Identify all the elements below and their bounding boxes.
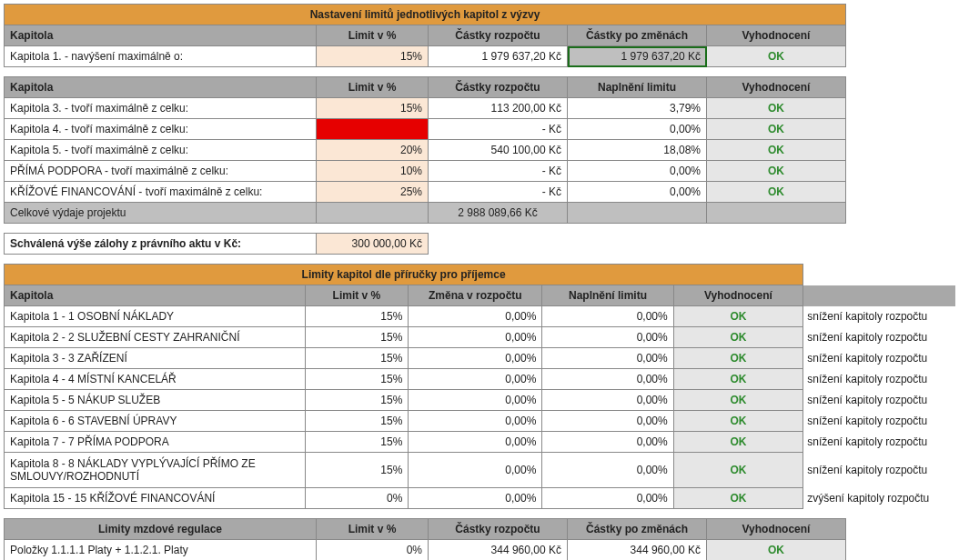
cell-zmena[interactable]: 0,00%	[409, 453, 542, 488]
total-label: Celkové výdaje projektu	[5, 203, 317, 224]
cell-label[interactable]: Kapitola 8 - 8 NÁKLADY VYPLÝVAJÍCÍ PŘÍMO…	[5, 453, 306, 488]
table-row[interactable]: Kapitola 4. - tvoří maximálně z celku:- …	[5, 119, 846, 140]
table-row[interactable]: Kapitola 1 - 1 OSOBNÍ NÁKLADY15%0,00%0,0…	[5, 306, 955, 327]
cell-label[interactable]: KŘÍŽOVÉ FINANCOVÁNÍ - tvoří maximálně z …	[5, 182, 317, 203]
cell-label[interactable]: Kapitola 15 - 15 KŘÍŽOVÉ FINANCOVÁNÍ	[5, 488, 306, 509]
cell-naplneni[interactable]: 0,00%	[568, 161, 707, 182]
cell-label[interactable]: Kapitola 7 - 7 PŘÍMA PODPORA	[5, 432, 306, 453]
cell-eval: OK	[673, 453, 803, 488]
cell-label[interactable]: Kapitola 2 - 2 SLUŽEBNÍ CESTY ZAHRANIČNÍ	[5, 327, 306, 348]
cell-limit[interactable]: 25%	[317, 182, 429, 203]
cell-eval: OK	[707, 182, 846, 203]
cell-limit[interactable]: 15%	[305, 411, 409, 432]
cell-naplneni[interactable]: 0,00%	[568, 119, 707, 140]
zaloha-label: Schválená výše zálohy z právního aktu v …	[5, 234, 317, 255]
cell-rozpocet[interactable]: - Kč	[429, 161, 568, 182]
cell-note: snížení kapitoly rozpočtu	[803, 390, 955, 411]
cell-limit[interactable]: 15%	[305, 327, 409, 348]
cell-limit[interactable]: 10%	[317, 161, 429, 182]
cell-eval: OK	[707, 46, 846, 67]
cell-limit[interactable]: 15%	[305, 369, 409, 390]
cell-limit[interactable]: 15%	[305, 390, 409, 411]
cell-naplneni[interactable]: 0,00%	[568, 182, 707, 203]
cell-naplneni[interactable]: 0,00%	[542, 453, 673, 488]
cell-limit[interactable]: 15%	[305, 306, 409, 327]
cell-label[interactable]: Kapitola 4 - 4 MÍSTNÍ KANCELÁŘ	[5, 369, 306, 390]
cell-zmena[interactable]: 0,00%	[409, 306, 542, 327]
cell-eval: OK	[673, 369, 803, 390]
table-row[interactable]: Kapitola 8 - 8 NÁKLADY VYPLÝVAJÍCÍ PŘÍMO…	[5, 453, 955, 488]
table-row[interactable]: Položky 1.1.1.1 Platy + 1.1.2.1. Platy0%…	[5, 540, 846, 561]
hdr-zmeny: Částky po změnách	[568, 25, 707, 46]
cell-zmena[interactable]: 0,00%	[409, 369, 542, 390]
cell-limit[interactable]: 0%	[317, 540, 429, 561]
table-row[interactable]: Kapitola 3. - tvoří maximálně z celku:15…	[5, 98, 846, 119]
table-row[interactable]: Kapitola 2 - 2 SLUŽEBNÍ CESTY ZAHRANIČNÍ…	[5, 327, 955, 348]
table-row[interactable]: Kapitola 5 - 5 NÁKUP SLUŽEB15%0,00%0,00%…	[5, 390, 955, 411]
hdr-eval: Vyhodnocení	[707, 25, 846, 46]
cell-label[interactable]: PŘÍMÁ PODPORA - tvoří maximálně z celku:	[5, 161, 317, 182]
cell-zmena[interactable]: 0,00%	[409, 327, 542, 348]
cell-naplneni[interactable]: 0,00%	[542, 348, 673, 369]
cell-rozpocet[interactable]: - Kč	[429, 182, 568, 203]
cell-zmena[interactable]: 0,00%	[409, 488, 542, 509]
zaloha-row: Schválená výše zálohy z právního aktu v …	[4, 233, 429, 255]
cell-naplneni[interactable]: 18,08%	[568, 140, 707, 161]
cell-rozpocet[interactable]: 344 960,00 Kč	[429, 540, 568, 561]
cell-naplneni[interactable]: 0,00%	[542, 432, 673, 453]
cell-naplneni[interactable]: 0,00%	[542, 327, 673, 348]
table-row[interactable]: Kapitola 4 - 4 MÍSTNÍ KANCELÁŘ15%0,00%0,…	[5, 369, 955, 390]
section3-title: Limity kapitol dle příručky pro příjemce	[5, 265, 803, 285]
section1-header-row: Kapitola Limit v % Částky rozpočtu Částk…	[5, 25, 846, 46]
cell-naplneni[interactable]: 0,00%	[542, 488, 673, 509]
table-row[interactable]: Kapitola 7 - 7 PŘÍMA PODPORA15%0,00%0,00…	[5, 432, 955, 453]
cell-rozpocet[interactable]: - Kč	[429, 119, 568, 140]
cell-naplneni[interactable]: 0,00%	[542, 306, 673, 327]
cell-limit[interactable]: 15%	[317, 98, 429, 119]
cell-eval: OK	[707, 140, 846, 161]
cell-naplneni[interactable]: 0,00%	[542, 390, 673, 411]
table-row[interactable]: PŘÍMÁ PODPORA - tvoří maximálně z celku:…	[5, 161, 846, 182]
cell-label[interactable]: Kapitola 5 - 5 NÁKUP SLUŽEB	[5, 390, 306, 411]
cell-label[interactable]: Kapitola 5. - tvoří maximálně z celku:	[5, 140, 317, 161]
cell-label[interactable]: Kapitola 3 - 3 ZAŘÍZENÍ	[5, 348, 306, 369]
cell-label[interactable]: Kapitola 3. - tvoří maximálně z celku:	[5, 98, 317, 119]
table-row[interactable]: Kapitola 15 - 15 KŘÍŽOVÉ FINANCOVÁNÍ0%0,…	[5, 488, 955, 509]
cell-limit[interactable]: 0%	[305, 488, 409, 509]
cell-eval: OK	[707, 98, 846, 119]
cell-limit[interactable]	[317, 119, 429, 140]
cell-rozpocet[interactable]: 113 200,00 Kč	[429, 98, 568, 119]
cell-naplneni[interactable]: 0,00%	[542, 411, 673, 432]
table-row[interactable]: Kapitola 3 - 3 ZAŘÍZENÍ15%0,00%0,00%OKsn…	[5, 348, 955, 369]
cell-eval: OK	[673, 488, 803, 509]
total-blank3	[707, 203, 846, 224]
hdr-zmena: Změna v rozpočtu	[409, 285, 542, 306]
cell-zmena[interactable]: 0,00%	[409, 432, 542, 453]
cell-label[interactable]: Kapitola 4. - tvoří maximálně z celku:	[5, 119, 317, 140]
cell-zmena[interactable]: 0,00%	[409, 411, 542, 432]
cell-limit[interactable]: 15%	[305, 348, 409, 369]
cell-naplneni[interactable]: 3,79%	[568, 98, 707, 119]
cell-limit[interactable]: 15%	[317, 46, 429, 67]
cell-rozpocet[interactable]: 540 100,00 Kč	[429, 140, 568, 161]
cell-label[interactable]: Kapitola 1 - 1 OSOBNÍ NÁKLADY	[5, 306, 306, 327]
cell-naplneni[interactable]: 0,00%	[542, 369, 673, 390]
table-row[interactable]: KŘÍŽOVÉ FINANCOVÁNÍ - tvoří maximálně z …	[5, 182, 846, 203]
cell-label[interactable]: Položky 1.1.1.1 Platy + 1.1.2.1. Platy	[5, 540, 317, 561]
section2-total-row: Celkové výdaje projektu 2 988 089,66 Kč	[5, 203, 846, 224]
cell-limit[interactable]: 15%	[305, 453, 409, 488]
table-row[interactable]: Kapitola 5. - tvoří maximálně z celku:20…	[5, 140, 846, 161]
cell-zmena[interactable]: 0,00%	[409, 390, 542, 411]
table-row[interactable]: Kapitola 6 - 6 STAVEBNÍ ÚPRAVY15%0,00%0,…	[5, 411, 955, 432]
cell-label[interactable]: Kapitola 1. - navýšení maximálně o:	[5, 46, 317, 67]
cell-zmena[interactable]: 0,00%	[409, 348, 542, 369]
cell-limit[interactable]: 15%	[305, 432, 409, 453]
cell-limit[interactable]: 20%	[317, 140, 429, 161]
hdr-eval: Vyhodnocení	[707, 519, 846, 540]
cell-label[interactable]: Kapitola 6 - 6 STAVEBNÍ ÚPRAVY	[5, 411, 306, 432]
cell-rozpocet[interactable]: 1 979 637,20 Kč	[429, 46, 568, 67]
zaloha-value[interactable]: 300 000,00 Kč	[317, 234, 429, 255]
cell-zmeny-selected[interactable]: 1 979 637,20 Kč	[568, 46, 707, 67]
cell-zmeny[interactable]: 344 960,00 Kč	[568, 540, 707, 561]
section1-row-kap1[interactable]: Kapitola 1. - navýšení maximálně o: 15% …	[5, 46, 846, 67]
